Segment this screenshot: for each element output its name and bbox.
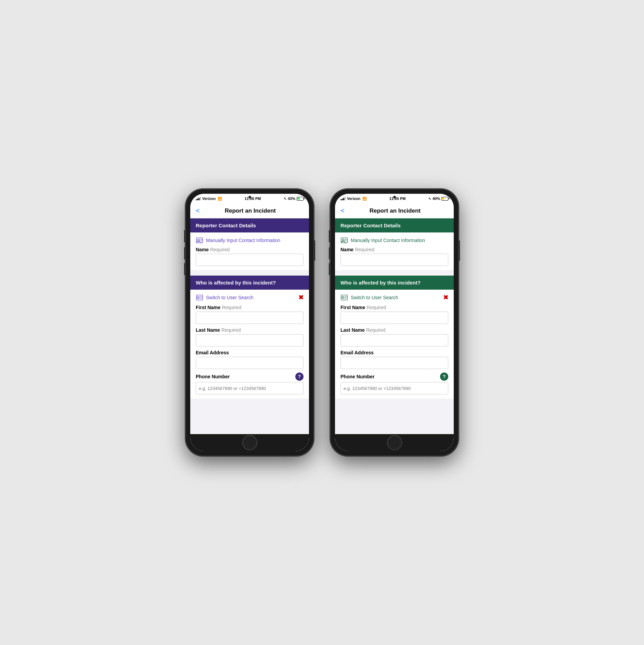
help-button-green[interactable]: ? xyxy=(440,372,448,381)
status-right-purple: ↖ 43% xyxy=(284,197,304,201)
manually-input-label-purple: Manually Input Contact Information xyxy=(206,238,280,243)
email-row-purple: Email Address xyxy=(196,350,304,369)
user-search-icon-green xyxy=(340,294,348,301)
affected-card-purple: Switch to User Search ✖ First NameRequir… xyxy=(190,290,309,399)
last-name-row-green: Last NameRequired xyxy=(340,327,448,346)
status-left-purple: Verizon 📶 xyxy=(196,197,222,201)
email-label-purple: Email Address xyxy=(196,350,304,355)
last-name-input-purple[interactable] xyxy=(196,334,304,346)
phone-green: Verizon 📶 11:05 PM ↖ 40% < Report xyxy=(330,189,459,456)
phone-shell-purple: Verizon 📶 11:06 PM ↖ 43% < Report xyxy=(185,189,314,456)
first-name-row-purple: First NameRequired xyxy=(196,305,304,324)
signal-bars-purple xyxy=(196,197,201,200)
screen-purple: Verizon 📶 11:06 PM ↖ 43% < Report xyxy=(190,194,309,451)
email-input-green[interactable] xyxy=(340,357,448,369)
svg-point-5 xyxy=(343,239,345,241)
reporter-card-purple: Manually Input Contact Information NameR… xyxy=(190,232,309,270)
content-purple[interactable]: Reporter Contact Details Manually Input … xyxy=(190,218,309,434)
switch-search-label-green: Switch to User Search xyxy=(351,295,398,300)
home-button-green[interactable] xyxy=(387,435,402,450)
last-name-input-green[interactable] xyxy=(340,334,448,346)
manually-input-row-purple[interactable]: Manually Input Contact Information xyxy=(196,237,304,244)
last-name-row-purple: Last NameRequired xyxy=(196,327,304,346)
home-button-purple[interactable] xyxy=(242,435,257,450)
screen-green: Verizon 📶 11:05 PM ↖ 40% < Report xyxy=(335,194,454,451)
name-label-purple: NameRequired xyxy=(196,247,304,252)
manually-input-row-green[interactable]: Manually Input Contact Information xyxy=(340,237,448,244)
affected-header-green: Who is affected by this incident? xyxy=(335,276,454,290)
battery-fill-purple xyxy=(297,198,299,200)
phone-input-purple[interactable] xyxy=(196,382,304,394)
email-input-purple[interactable] xyxy=(196,357,304,369)
svg-point-3 xyxy=(197,296,199,299)
nav-title-green: Report an Incident xyxy=(349,207,441,214)
battery-purple xyxy=(297,197,304,201)
battery-body-purple xyxy=(297,197,304,201)
name-field-group-green: NameRequired xyxy=(340,247,448,266)
nav-bar-purple: < Report an Incident xyxy=(190,203,309,218)
location-icon-purple: ↖ xyxy=(284,197,286,201)
battery-pct-green: 40% xyxy=(433,197,440,201)
svg-point-1 xyxy=(198,239,200,241)
manually-input-label-green: Manually Input Contact Information xyxy=(351,238,425,243)
switch-search-row-purple[interactable]: Switch to User Search xyxy=(196,294,304,301)
name-field-group-purple: NameRequired xyxy=(196,247,304,266)
reporter-header-green: Reporter Contact Details xyxy=(335,218,454,232)
email-label-green: Email Address xyxy=(340,350,448,355)
gap-1-purple xyxy=(190,270,309,276)
status-bar-green: Verizon 📶 11:05 PM ↖ 40% xyxy=(335,194,454,203)
wifi-icon-green: 📶 xyxy=(362,197,366,201)
first-name-label-green: First NameRequired xyxy=(340,305,448,310)
switch-search-label-purple: Switch to User Search xyxy=(206,295,254,300)
last-name-label-green: Last NameRequired xyxy=(340,327,448,333)
svg-point-7 xyxy=(342,296,344,299)
camera-purple xyxy=(248,196,251,199)
phone-shell-green: Verizon 📶 11:05 PM ↖ 40% < Report xyxy=(330,189,459,456)
first-name-row-green: First NameRequired xyxy=(340,305,448,324)
email-row-green: Email Address xyxy=(340,350,448,369)
switch-search-row-green[interactable]: Switch to User Search xyxy=(340,294,448,301)
back-button-green[interactable]: < xyxy=(340,207,345,215)
contact-icon-green xyxy=(340,237,348,244)
close-button-purple[interactable]: ✖ xyxy=(298,294,304,301)
status-bar-purple: Verizon 📶 11:06 PM ↖ 43% xyxy=(190,194,309,203)
carrier-purple: Verizon xyxy=(202,197,216,201)
content-green[interactable]: Reporter Contact Details Manually Input … xyxy=(335,218,454,434)
wifi-icon-purple: 📶 xyxy=(218,197,222,201)
back-button-purple[interactable]: < xyxy=(196,207,200,215)
affected-card-green: Switch to User Search ✖ First NameRequir… xyxy=(335,290,454,399)
first-name-input-green[interactable] xyxy=(340,312,448,324)
home-area-green xyxy=(335,434,454,451)
nav-title-purple: Report an Incident xyxy=(204,207,297,214)
battery-body-green xyxy=(441,197,448,201)
user-search-icon-purple xyxy=(196,294,203,301)
help-button-purple[interactable]: ? xyxy=(295,372,304,381)
name-input-green[interactable] xyxy=(340,254,448,266)
phone-label-row-purple: Phone Number ? xyxy=(196,372,304,381)
name-input-purple[interactable] xyxy=(196,254,304,266)
close-button-green[interactable]: ✖ xyxy=(443,294,448,301)
home-area-purple xyxy=(190,434,309,451)
last-name-label-purple: Last NameRequired xyxy=(196,327,304,333)
time-green: 11:05 PM xyxy=(389,197,406,201)
camera-green xyxy=(393,196,396,199)
first-name-input-purple[interactable] xyxy=(196,312,304,324)
name-label-green: NameRequired xyxy=(340,247,448,252)
battery-fill-green xyxy=(442,198,444,200)
signal-bars-green xyxy=(340,197,346,200)
phone-label-row-green: Phone Number ? xyxy=(340,372,448,381)
nav-bar-green: < Report an Incident xyxy=(335,203,454,218)
time-purple: 11:06 PM xyxy=(245,197,261,201)
phone-input-green[interactable] xyxy=(340,382,448,394)
reporter-header-purple: Reporter Contact Details xyxy=(190,218,309,232)
status-left-green: Verizon 📶 xyxy=(340,197,366,201)
phone-purple: Verizon 📶 11:06 PM ↖ 43% < Report xyxy=(185,189,314,456)
phone-label-purple: Phone Number xyxy=(196,374,230,379)
carrier-green: Verizon xyxy=(347,197,360,201)
contact-icon-purple xyxy=(196,237,203,244)
battery-pct-purple: 43% xyxy=(288,197,295,201)
gap-1-green xyxy=(335,270,454,276)
location-icon-green: ↖ xyxy=(428,197,431,201)
status-right-green: ↖ 40% xyxy=(428,197,448,201)
phone-label-green: Phone Number xyxy=(340,374,375,379)
